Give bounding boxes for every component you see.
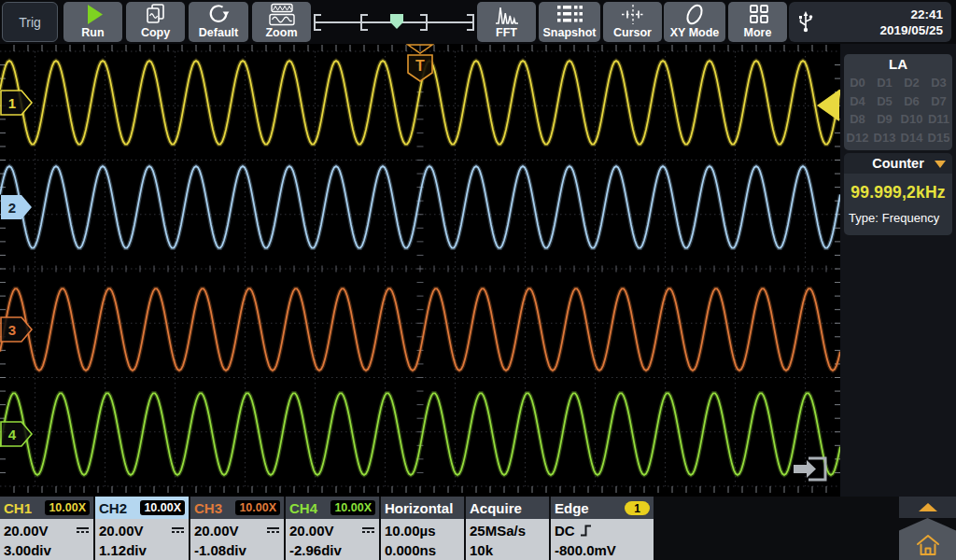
counter-value: 99.999,2kHz <box>844 174 952 203</box>
channel4-offset: -2.96div <box>289 540 375 560</box>
rising-edge-icon <box>580 524 592 538</box>
memory-left-bracket <box>314 14 321 31</box>
channel2-probe-badge: 10.00X <box>140 500 185 515</box>
xy-mode-button-label: XY Mode <box>670 26 720 40</box>
la-digital-channel[interactable]: D12 <box>844 129 871 147</box>
svg-text:T: T <box>415 58 425 74</box>
la-digital-channel[interactable]: D1 <box>871 74 898 92</box>
la-digital-channel[interactable]: D11 <box>925 110 952 129</box>
channel3-name: CH3 <box>194 500 222 516</box>
memory-right-bracket <box>467 14 474 31</box>
channel2-status-block[interactable]: CH2 10.00X 20.00V 1.12div <box>95 497 189 560</box>
counter-body: 99.999,2kHz Type:Frequency <box>844 174 952 235</box>
zoom-icon <box>269 3 295 26</box>
svg-text:1: 1 <box>8 95 16 111</box>
svg-text:4: 4 <box>8 427 17 442</box>
channel1-status-block[interactable]: CH1 10.00X 20.00V 3.00div <box>0 497 93 560</box>
dc-coupling-icon <box>172 527 184 533</box>
horizontal-scale: 10.00µs <box>385 521 460 540</box>
la-digital-channel[interactable]: D0 <box>844 74 871 92</box>
la-panel: LA D0D1D2D3D4D5D6D7D8D9D10D11D12D13D14D1… <box>844 54 952 150</box>
dc-coupling-icon <box>362 527 374 533</box>
run-button-label: Run <box>81 26 104 40</box>
la-digital-channel[interactable]: D6 <box>898 92 925 111</box>
run-button[interactable]: Run <box>63 2 122 42</box>
horizontal-delay: 0.000ns <box>385 540 460 560</box>
dc-coupling-icon <box>77 527 89 533</box>
clock-date: 2019/05/25 <box>879 22 943 38</box>
la-digital-channel[interactable]: D8 <box>844 110 871 129</box>
zoom-button[interactable]: Zoom <box>252 2 311 42</box>
chevron-down-icon <box>935 161 946 168</box>
horizontal-status-block[interactable]: Horizontal 10.00µs 0.000ns <box>381 497 464 560</box>
la-digital-channel[interactable]: D4 <box>844 92 871 111</box>
waveform-display[interactable]: 1234T <box>0 44 840 497</box>
copy-button[interactable]: Copy <box>126 2 185 42</box>
snapshot-button[interactable]: Snapshot <box>539 2 600 42</box>
trigger-title: Edge <box>555 500 589 516</box>
snapshot-icon <box>555 3 583 26</box>
xy-mode-icon <box>682 3 707 26</box>
la-channel-grid: D0D1D2D3D4D5D6D7D8D9D10D11D12D13D14D15 <box>844 74 952 147</box>
home-panel <box>899 497 956 560</box>
default-icon <box>206 3 231 26</box>
cursor-button-label: Cursor <box>613 26 652 40</box>
la-digital-channel[interactable]: D9 <box>871 110 898 129</box>
copy-button-label: Copy <box>141 26 170 40</box>
more-button-label: More <box>744 26 772 40</box>
counter-header[interactable]: Counter <box>844 153 952 174</box>
la-digital-channel[interactable]: D13 <box>871 129 898 147</box>
counter-title: Counter <box>872 156 924 171</box>
trig-button-label: Trig <box>19 15 41 30</box>
copy-icon <box>144 3 168 26</box>
trigger-level-value: -800.0mV <box>555 540 650 560</box>
la-panel-title: LA <box>844 54 952 74</box>
fft-button[interactable]: FFT <box>477 2 536 42</box>
trigger-coupling: DC <box>555 521 575 540</box>
fft-icon <box>494 3 520 26</box>
channel3-status-block[interactable]: CH3 10.00X 20.00V -1.08div <box>190 497 284 560</box>
acquire-sample-rate: 25MSa/s <box>470 521 545 540</box>
svg-text:2: 2 <box>8 200 16 216</box>
up-arrow-icon <box>919 503 937 511</box>
counter-type-value: Frequency <box>882 211 939 225</box>
collapse-up-button[interactable] <box>899 497 956 518</box>
xy-mode-button[interactable]: XY Mode <box>664 2 725 42</box>
la-digital-channel[interactable]: D2 <box>898 74 925 92</box>
acquire-status-block[interactable]: Acquire 25MSa/s 10k <box>466 497 549 560</box>
channel4-name: CH4 <box>289 500 317 516</box>
bottom-status-bar: CH1 10.00X 20.00V 3.00div CH2 10.00X 20.… <box>0 497 956 560</box>
cursor-button[interactable]: Cursor <box>603 2 662 42</box>
zoom-button-label: Zoom <box>265 26 297 40</box>
channel1-probe-badge: 10.00X <box>45 500 90 515</box>
la-digital-channel[interactable]: D15 <box>925 129 952 147</box>
window-right-bracket <box>420 14 428 31</box>
la-digital-channel[interactable]: D3 <box>925 74 952 92</box>
counter-type: Type:Frequency <box>844 211 952 225</box>
usb-icon <box>797 10 814 35</box>
more-button[interactable]: More <box>728 2 787 42</box>
horizontal-title: Horizontal <box>385 500 453 516</box>
la-digital-channel[interactable]: D14 <box>898 129 925 147</box>
top-toolbar: Trig Run Copy Default Zoom <box>0 0 956 44</box>
horizontal-position-indicator[interactable] <box>312 2 476 42</box>
la-digital-channel[interactable]: D10 <box>898 110 925 129</box>
la-digital-channel[interactable]: D7 <box>925 92 952 111</box>
dc-coupling-icon <box>267 527 279 533</box>
clock-time: 22:41 <box>879 7 943 22</box>
home-button[interactable] <box>899 518 956 560</box>
cursor-icon <box>620 3 646 26</box>
trigger-status-block[interactable]: Edge 1 DC -800.0mV <box>551 497 654 560</box>
acquire-memory-depth: 10k <box>470 540 545 560</box>
channel3-offset: -1.08div <box>194 540 280 560</box>
default-button[interactable]: Default <box>189 2 248 42</box>
channel2-name: CH2 <box>99 500 127 516</box>
counter-type-label: Type: <box>849 211 879 225</box>
channel1-offset: 3.00div <box>4 540 90 560</box>
trigger-position-marker[interactable] <box>390 14 403 29</box>
trig-button[interactable]: Trig <box>2 2 58 42</box>
channel4-status-block[interactable]: CH4 10.00X 20.00V -2.96div <box>286 497 379 560</box>
la-digital-channel[interactable]: D5 <box>871 92 898 111</box>
window-left-bracket <box>360 14 368 31</box>
bottom-bar-filler <box>654 497 899 560</box>
